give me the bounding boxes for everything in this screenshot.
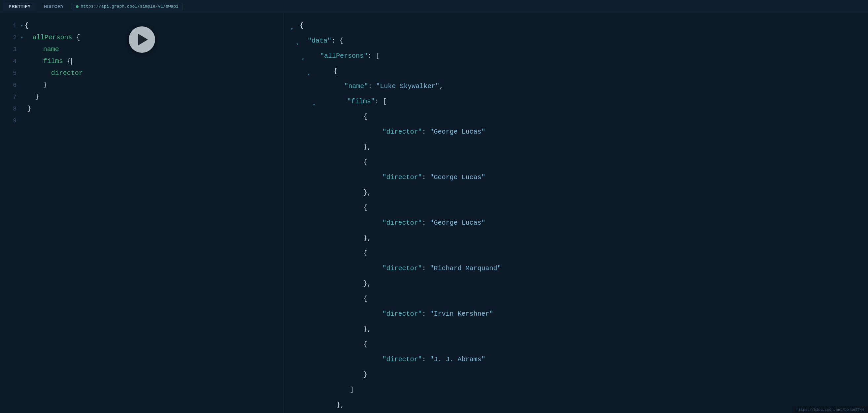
api-url: https://api.graph.cool/simple/v1/swapi	[81, 4, 178, 9]
editor-line-7: 7 }	[0, 91, 283, 103]
resp-arrow-film1	[290, 111, 324, 126]
resp-line-film4-close: },	[290, 278, 861, 293]
line-number-6: 6	[3, 79, 17, 91]
play-icon	[138, 34, 148, 45]
resp-arrow-allPersons[interactable]: ▾	[290, 50, 304, 65]
resp-line-film4-open: {	[290, 247, 861, 262]
url-bar: https://api.graph.cool/simple/v1/swapi	[72, 3, 183, 10]
collapse-arrow-8	[21, 103, 26, 115]
resp-arrow-name	[290, 81, 313, 96]
line-number-4: 4	[3, 56, 17, 67]
line-number-5: 5	[3, 67, 17, 79]
resp-arrow-person[interactable]: ▾	[290, 65, 310, 81]
collapse-arrow-5	[21, 67, 26, 79]
resp-line-director4: "director": "Richard Marquand"	[290, 262, 861, 278]
line-number-1: 1	[3, 20, 17, 32]
resp-line-root-open: ▾ {	[290, 20, 861, 35]
resp-line-film2-open: {	[290, 156, 861, 171]
main-container: 1 ▾ { 2 ▾ allPersons { 3 name 4 films {	[0, 13, 868, 413]
editor-line-8: 8 }	[0, 103, 283, 115]
play-button-container	[129, 26, 155, 53]
resp-line-allPersons-open: ▾ "allPersons": [	[290, 50, 861, 65]
collapse-arrow-1[interactable]: ▾	[21, 20, 23, 32]
line-number-3: 3	[3, 43, 17, 56]
line-content-8: }	[27, 103, 280, 115]
run-query-button[interactable]	[129, 26, 155, 53]
resp-line-film6-open: {	[290, 339, 861, 354]
tab-history[interactable]: HISTORY	[39, 2, 69, 11]
top-bar: PRETTIFY HISTORY https://api.graph.cool/…	[0, 0, 868, 13]
resp-line-director5: "director": "Irvin Kershner"	[290, 308, 861, 323]
response-json: ▾ { ▾ "data": { ▾ "allPersons": [ ▾ {	[284, 17, 868, 413]
resp-line-film5-close: },	[290, 323, 861, 339]
query-editor-panel: 1 ▾ { 2 ▾ allPersons { 3 name 4 films {	[0, 13, 284, 413]
line-content-7: }	[27, 91, 280, 103]
line-number-9: 9	[3, 115, 17, 127]
editor-line-4: 4 films {	[0, 56, 283, 67]
resp-line-film1-open: {	[290, 111, 861, 126]
resp-arrow-data[interactable]: ▾	[290, 35, 300, 50]
resp-line-film1-close: },	[290, 141, 861, 156]
line-number-7: 7	[3, 91, 17, 103]
line-number-8: 8	[3, 103, 17, 115]
editor-line-9: 9	[0, 115, 283, 127]
resp-line-director2: "director": "George Lucas"	[290, 171, 861, 187]
line-number-2: 2	[3, 32, 17, 43]
resp-line-data-open: ▾ "data": {	[290, 35, 861, 50]
line-content-4: films {	[27, 56, 280, 67]
resp-arrow-root[interactable]: ▾	[290, 20, 300, 35]
collapse-arrow-6	[21, 79, 26, 91]
collapse-arrow-2[interactable]: ▾	[21, 32, 23, 43]
resp-line-person-open: ▾ {	[290, 65, 861, 81]
resp-line-director3: "director": "George Lucas"	[290, 217, 861, 232]
footer-url: https://blog.csdn.net/bojie5744	[796, 408, 864, 412]
resp-line-films-close: ]	[290, 384, 861, 399]
editor-line-5: 5 director	[0, 67, 283, 79]
collapse-arrow-4	[21, 56, 26, 67]
resp-line-director1: "director": "George Lucas"	[290, 126, 861, 141]
line-content-6: }	[27, 79, 280, 91]
line-content-5: director	[27, 67, 280, 79]
resp-arrow-films[interactable]: ▾	[290, 96, 315, 111]
editor-line-6: 6 }	[0, 79, 283, 91]
resp-line-film5-open: {	[290, 293, 861, 308]
collapse-arrow-7	[21, 91, 26, 103]
footer-bar: https://blog.csdn.net/bojie5744	[793, 406, 868, 413]
resp-line-person-close: },	[290, 399, 861, 413]
tab-prettify[interactable]: PRETTIFY	[3, 2, 36, 11]
resp-line-film3-close: },	[290, 232, 861, 247]
resp-line-film2-close: },	[290, 187, 861, 202]
resp-line-name: "name": "Luke Skywalker",	[290, 81, 861, 96]
resp-line-film6-close: }	[290, 369, 861, 384]
collapse-arrow-3	[21, 43, 26, 56]
resp-line-film3-open: {	[290, 202, 861, 217]
resp-line-director6: "director": "J. J. Abrams"	[290, 354, 861, 369]
resp-line-films-open: ▾ "films": [	[290, 96, 861, 111]
url-status-dot	[76, 5, 79, 8]
line-content-9	[21, 115, 280, 127]
response-panel: ▾ { ▾ "data": { ▾ "allPersons": [ ▾ {	[284, 13, 868, 413]
